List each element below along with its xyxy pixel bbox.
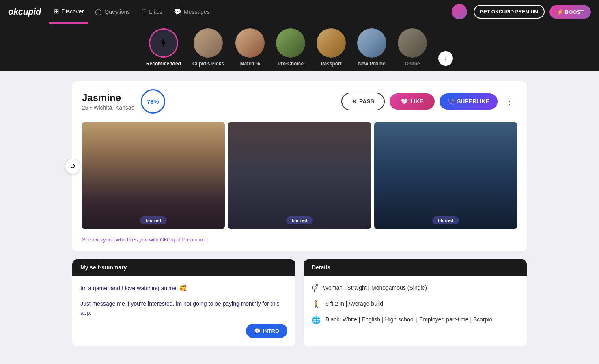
questions-icon: ◯ xyxy=(95,8,102,15)
category-label-new-people: New People xyxy=(358,61,385,67)
nav-item-likes[interactable]: ♡ Likes xyxy=(136,0,167,24)
self-summary-card: My self-summary Im a gamer and I love wa… xyxy=(72,259,295,346)
photo-grid: blurred blurred blurred xyxy=(82,122,517,229)
category-pro-choice[interactable]: Pro-Choice xyxy=(276,28,305,71)
self-summary-text1: Im a gamer and I love watching anime. 🥰 xyxy=(80,284,287,293)
recommended-thumb: ☀ xyxy=(149,28,178,58)
category-recommended[interactable]: ☀ Recommended xyxy=(146,28,181,71)
category-online[interactable]: Online xyxy=(398,28,427,71)
nav-item-messages[interactable]: 💬 Messages xyxy=(169,0,215,24)
photo-3[interactable]: blurred xyxy=(374,122,517,229)
details-header: Details xyxy=(304,259,527,276)
intro-chat-icon: 💬 xyxy=(254,328,261,334)
category-bar: ☀ Recommended Cupid's Picks Match % Pro-… xyxy=(0,24,599,71)
undo-button[interactable]: ↺ xyxy=(65,159,80,174)
pass-x-icon: ✕ xyxy=(352,98,357,105)
pro-choice-thumb xyxy=(276,28,305,58)
category-label-pro-choice: Pro-Choice xyxy=(278,61,304,67)
category-cupids-picks[interactable]: Cupid's Picks xyxy=(192,28,224,71)
detail-text-ethnicity: Black, White | English | High school | E… xyxy=(325,315,492,324)
category-label-match: Match % xyxy=(240,61,260,67)
discover-icon: ⊞ xyxy=(54,8,59,15)
self-summary-body: Im a gamer and I love watching anime. 🥰 … xyxy=(72,276,295,346)
profile-header-row: Jasmine 25 • Wichita, Kansas 78% ✕ PASS … xyxy=(82,89,517,114)
globe-icon: 🌐 xyxy=(312,316,321,325)
detail-row-ethnicity: 🌐 Black, White | English | High school |… xyxy=(312,315,519,325)
passport-thumb xyxy=(317,28,346,58)
detail-text-height: 5 ft 2 in | Average build xyxy=(325,299,383,308)
detail-row-gender: ⚥ Woman | Straight | Monogamous (Single) xyxy=(312,284,519,293)
recommended-icon: ☀ xyxy=(159,37,168,50)
premium-button[interactable]: GET OKCUPID PREMIUM xyxy=(474,5,545,19)
cupids-picks-thumb xyxy=(194,28,223,58)
like-button[interactable]: 🤍 LIKE xyxy=(390,93,435,110)
category-match[interactable]: Match % xyxy=(235,28,265,71)
details-body: ⚥ Woman | Straight | Monogamous (Single)… xyxy=(304,276,527,339)
premium-link[interactable]: See everyone who likes you with OkCupid … xyxy=(82,237,208,243)
intro-button[interactable]: 💬 INTRO xyxy=(246,324,287,338)
gender-icon: ⚥ xyxy=(312,284,318,293)
nav-item-questions[interactable]: ◯ Questions xyxy=(90,0,135,24)
more-options-button[interactable]: ⋮ xyxy=(502,95,517,108)
detail-text-gender: Woman | Straight | Monogamous (Single) xyxy=(323,284,427,292)
profile-age-location: 25 • Wichita, Kansas xyxy=(82,104,134,111)
profile-info: Jasmine 25 • Wichita, Kansas xyxy=(82,92,134,111)
online-thumb xyxy=(398,28,427,58)
profile-name: Jasmine xyxy=(82,92,134,103)
photo-1[interactable]: blurred xyxy=(82,122,225,229)
action-buttons: ✕ PASS 🤍 LIKE 🏹 SUPERLIKE ⋮ xyxy=(341,93,517,110)
category-new-people[interactable]: New People xyxy=(357,28,386,71)
avatar xyxy=(452,4,467,19)
nav-item-discover[interactable]: ⊞ Discover xyxy=(49,0,88,24)
premium-promo[interactable]: See everyone who likes you with OkCupid … xyxy=(82,236,517,243)
height-icon: 🚶 xyxy=(312,300,321,309)
profile-age: 25 xyxy=(82,104,88,111)
like-heart-icon: 🤍 xyxy=(401,98,408,105)
top-nav: okcupid ⊞ Discover ◯ Questions ♡ Likes 💬… xyxy=(0,0,599,24)
match-circle: 78% xyxy=(141,89,165,114)
details-card: Details ⚥ Woman | Straight | Monogamous … xyxy=(304,259,527,346)
likes-icon: ♡ xyxy=(141,8,147,15)
photo-3-label: blurred xyxy=(432,216,459,224)
self-summary-text2: Just message me if you're interested, im… xyxy=(80,299,287,317)
category-next-button[interactable]: › xyxy=(438,51,453,66)
category-label-online: Online xyxy=(405,61,420,67)
profile-location: Wichita, Kansas xyxy=(93,104,134,111)
category-passport[interactable]: Passport xyxy=(317,28,346,71)
match-thumb xyxy=(235,28,265,58)
nav-avatar-area[interactable] xyxy=(452,4,467,19)
self-summary-header: My self-summary xyxy=(72,259,295,276)
superlike-icon: 🏹 xyxy=(448,98,455,105)
main-content: ↺ Jasmine 25 • Wichita, Kansas 78% ✕ PAS… xyxy=(64,71,535,356)
pass-button[interactable]: ✕ PASS xyxy=(341,93,385,110)
new-people-thumb xyxy=(357,28,386,58)
bottom-sections: My self-summary Im a gamer and I love wa… xyxy=(72,259,527,346)
category-label-passport: Passport xyxy=(321,61,341,67)
photo-2[interactable]: blurred xyxy=(228,122,371,229)
category-label-recommended: Recommended xyxy=(146,61,181,67)
photo-2-label: blurred xyxy=(286,216,313,224)
superlike-button[interactable]: 🏹 SUPERLIKE xyxy=(440,93,498,110)
category-label-cupids-picks: Cupid's Picks xyxy=(192,61,224,67)
messages-icon: 💬 xyxy=(174,8,181,15)
boost-button[interactable]: ⚡ BOOST xyxy=(549,5,591,19)
photo-1-label: blurred xyxy=(140,216,167,224)
profile-card: ↺ Jasmine 25 • Wichita, Kansas 78% ✕ PAS… xyxy=(72,81,527,251)
detail-row-height: 🚶 5 ft 2 in | Average build xyxy=(312,299,519,309)
logo: okcupid xyxy=(8,6,41,17)
